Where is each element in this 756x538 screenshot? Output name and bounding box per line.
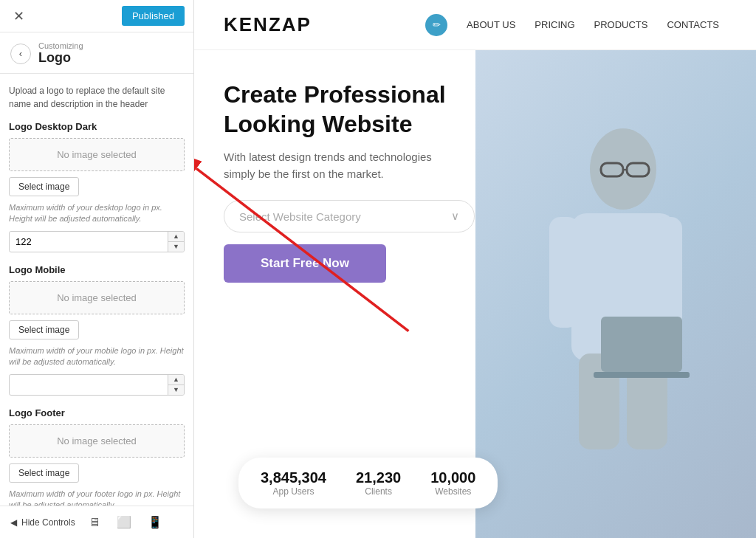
logo-footer-hint: Maximum width of your footer logo in px.… — [9, 489, 185, 506]
category-placeholder: Select Website Category — [239, 210, 361, 223]
desktop-device-button[interactable]: 🖥 — [86, 514, 103, 531]
person-silhouette — [505, 110, 726, 479]
logo-mobile-placeholder: No image selected — [9, 281, 185, 314]
published-button[interactable]: Published — [122, 6, 185, 26]
select-image-mobile[interactable]: Select image — [9, 320, 79, 339]
hide-controls-label: Hide Controls — [21, 517, 75, 528]
stat-clients: 21,230 Clients — [356, 469, 401, 497]
site-nav: ✏ ABOUT US PRICING PRODUCTS CONTACTS — [425, 14, 726, 36]
hide-controls-button[interactable]: ◀ Hide Controls — [10, 517, 75, 528]
logo-desktop-dark-section: Logo Desktop Dark No image selected Sele… — [9, 121, 185, 252]
close-button[interactable]: ✕ — [9, 7, 29, 26]
select-image-desktop-dark[interactable]: Select image — [9, 177, 79, 196]
section-title: Logo — [38, 50, 83, 66]
logo-mobile-section: Logo Mobile No image selected Select ima… — [9, 264, 185, 396]
site-hero: Create ProfessionalLooking Website With … — [194, 50, 756, 538]
upload-description: Upload a logo to replace the default sit… — [9, 84, 185, 111]
spinner-down-mobile[interactable]: ▼ — [168, 385, 184, 395]
tablet-device-button[interactable]: ⬜ — [114, 514, 134, 531]
person-image — [475, 50, 756, 538]
stat-app-users-value: 3,845,304 — [261, 469, 326, 486]
spinner-up-desktop-dark[interactable]: ▲ — [168, 232, 184, 242]
stat-websites-label: Websites — [430, 486, 475, 497]
svg-rect-4 — [549, 217, 579, 328]
nav-about[interactable]: ABOUT US — [459, 16, 523, 33]
stat-websites: 10,000 Websites — [430, 469, 475, 497]
nav-header: ‹ Customizing Logo — [0, 32, 193, 74]
logo-mobile-label: Logo Mobile — [9, 264, 185, 275]
hide-controls-icon: ◀ — [10, 517, 17, 528]
svg-rect-11 — [601, 317, 682, 372]
top-bar: ✕ Published — [0, 0, 193, 32]
logo-mobile-hint: Maximum width of your mobile logo in px.… — [9, 345, 185, 368]
spinner-up-mobile[interactable]: ▲ — [168, 375, 184, 385]
start-free-now-button[interactable]: Start Free Now — [224, 244, 386, 283]
left-panel: ✕ Published ‹ Customizing Logo Upload a … — [0, 0, 194, 538]
svg-rect-5 — [653, 217, 682, 328]
stats-bar: 3,845,304 App Users 21,230 Clients 10,00… — [238, 458, 498, 508]
nav-pricing[interactable]: PRICING — [527, 16, 582, 33]
stat-websites-value: 10,000 — [430, 469, 475, 486]
svg-rect-12 — [594, 372, 690, 378]
nav-products[interactable]: PRODUCTS — [587, 16, 656, 33]
stat-app-users-label: App Users — [261, 486, 326, 497]
select-image-footer[interactable]: Select image — [9, 463, 79, 483]
logo-desktop-dark-width-input: ▲ ▼ — [9, 231, 185, 252]
logo-desktop-dark-spinners: ▲ ▼ — [168, 232, 184, 252]
nav-icon: ✏ — [425, 14, 447, 36]
logo-mobile-width-field[interactable] — [10, 376, 168, 394]
dropdown-chevron-icon: ∨ — [451, 210, 459, 223]
category-dropdown[interactable]: Select Website Category ∨ — [224, 200, 475, 232]
spinner-down-desktop-dark[interactable]: ▼ — [168, 242, 184, 252]
panel-body: Upload a logo to replace the default sit… — [0, 74, 193, 506]
stat-app-users: 3,845,304 App Users — [261, 469, 326, 497]
logo-mobile-width-input: ▲ ▼ — [9, 374, 185, 396]
logo-footer-label: Logo Footer — [9, 407, 185, 418]
logo-footer-placeholder: No image selected — [9, 424, 185, 458]
nav-header-text: Customizing Logo — [38, 41, 83, 66]
logo-footer-section: Logo Footer No image selected Select ima… — [9, 407, 185, 506]
nav-contacts[interactable]: CONTACTS — [659, 16, 726, 33]
customizing-label: Customizing — [38, 41, 83, 50]
logo-mobile-spinners: ▲ ▼ — [168, 375, 184, 395]
bottom-bar: ◀ Hide Controls 🖥 ⬜ 📱 — [0, 506, 193, 538]
site-header: KENZAP ✏ ABOUT US PRICING PRODUCTS CONTA… — [194, 0, 756, 50]
stat-clients-value: 21,230 — [356, 469, 401, 486]
stat-clients-label: Clients — [356, 486, 401, 497]
logo-desktop-dark-width-field[interactable] — [10, 232, 168, 251]
logo-desktop-dark-placeholder: No image selected — [9, 138, 185, 171]
mobile-device-button[interactable]: 📱 — [145, 514, 165, 531]
logo-desktop-dark-hint: Maximum width of your desktop logo in px… — [9, 202, 185, 225]
site-logo: KENZAP — [224, 13, 312, 36]
back-button[interactable]: ‹ — [10, 44, 31, 64]
logo-desktop-dark-label: Logo Desktop Dark — [9, 121, 185, 132]
right-panel: KENZAP ✏ ABOUT US PRICING PRODUCTS CONTA… — [194, 0, 756, 538]
